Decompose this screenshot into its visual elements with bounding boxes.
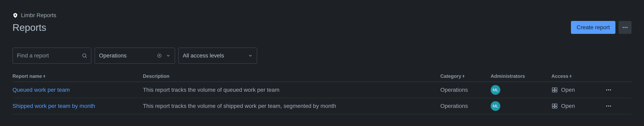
- report-description: This report tracks the volume of queued …: [143, 87, 440, 93]
- more-horizontal-icon: [622, 24, 628, 31]
- svg-rect-17: [555, 104, 557, 106]
- app-logo-icon: [12, 13, 18, 18]
- avatar[interactable]: ML: [491, 85, 500, 95]
- category-filter-value: Operations: [99, 52, 126, 59]
- row-more-actions[interactable]: [600, 87, 618, 93]
- svg-point-4: [83, 54, 86, 57]
- column-header-access[interactable]: Access: [552, 73, 600, 79]
- table-header: Report name Description Category Adminis…: [12, 71, 632, 82]
- page-title: Reports: [12, 22, 46, 33]
- svg-rect-18: [552, 107, 554, 108]
- more-actions-button[interactable]: [619, 21, 632, 34]
- search-icon: [82, 53, 87, 58]
- reports-table: Report name Description Category Adminis…: [12, 71, 632, 114]
- svg-point-3: [626, 27, 628, 28]
- svg-point-14: [608, 89, 609, 90]
- table-row: Queued work per team This report tracks …: [12, 82, 632, 98]
- svg-point-0: [15, 14, 16, 16]
- more-horizontal-icon: [605, 87, 612, 93]
- report-name-link[interactable]: Shipped work per team by month: [12, 103, 143, 109]
- svg-rect-11: [552, 90, 554, 92]
- svg-rect-19: [555, 107, 557, 108]
- category-filter[interactable]: Operations: [94, 48, 175, 64]
- svg-point-22: [610, 105, 611, 106]
- report-category: Operations: [440, 103, 491, 109]
- column-header-administrators: Administrators: [491, 73, 552, 79]
- open-access-icon: [552, 87, 558, 93]
- chevron-down-icon: [166, 53, 171, 58]
- svg-rect-10: [555, 88, 557, 90]
- breadcrumb-app-name[interactable]: Limbr Reports: [21, 12, 56, 19]
- svg-point-20: [606, 105, 607, 106]
- report-administrators: ML: [491, 101, 552, 111]
- column-header-name[interactable]: Report name: [12, 73, 143, 79]
- open-access-icon: [552, 103, 558, 109]
- column-header-category[interactable]: Category: [440, 73, 491, 79]
- create-report-button[interactable]: Create report: [571, 21, 616, 34]
- svg-line-5: [86, 57, 86, 58]
- sort-icon: [462, 75, 464, 78]
- svg-point-13: [606, 89, 607, 90]
- svg-rect-9: [552, 88, 554, 90]
- chevron-down-icon: [248, 53, 253, 58]
- report-description: This report tracks the volume of shipped…: [143, 103, 440, 109]
- breadcrumb: Limbr Reports: [12, 12, 632, 19]
- sort-icon: [43, 75, 45, 78]
- svg-rect-12: [555, 90, 557, 92]
- clear-category-icon[interactable]: [157, 53, 162, 58]
- search-input[interactable]: [12, 48, 91, 64]
- access-filter-value: All access levels: [183, 52, 224, 59]
- svg-point-1: [623, 27, 624, 28]
- row-more-actions[interactable]: [600, 103, 618, 109]
- sort-icon: [570, 75, 572, 78]
- search-input-wrapper: [12, 48, 91, 64]
- svg-point-21: [608, 105, 609, 106]
- avatar[interactable]: ML: [491, 101, 500, 111]
- report-access: Open: [552, 87, 600, 93]
- svg-point-2: [624, 27, 626, 28]
- report-administrators: ML: [491, 85, 552, 95]
- more-horizontal-icon: [605, 103, 612, 109]
- access-filter[interactable]: All access levels: [178, 48, 257, 64]
- svg-rect-16: [552, 104, 554, 106]
- svg-point-15: [610, 89, 611, 90]
- report-category: Operations: [440, 87, 491, 93]
- column-header-description: Description: [143, 73, 440, 79]
- table-row: Shipped work per team by month This repo…: [12, 98, 632, 114]
- report-name-link[interactable]: Queued work per team: [12, 87, 143, 93]
- report-access: Open: [552, 103, 600, 109]
